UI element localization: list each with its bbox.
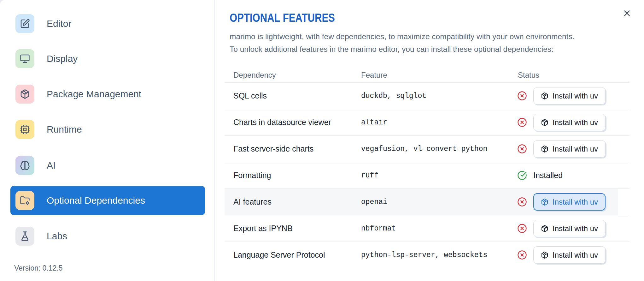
feature-packages: openai [361,198,517,206]
sidebar-item-label: Editor [47,9,71,38]
install-with-uv-button[interactable]: Install with uv [533,87,606,105]
install-button-label: Install with uv [553,224,598,233]
square-pen-icon [15,14,34,33]
package-icon [541,119,548,126]
feature-packages: duckdb, sqlglot [361,92,517,100]
sidebar-item-runtime[interactable]: Runtime [10,115,205,144]
circle-check-icon [517,170,527,180]
install-button-label: Install with uv [553,145,598,153]
install-with-uv-button[interactable]: Install with uv [533,220,606,237]
package-icon [541,145,548,153]
settings-dialog: Editor Display Package Management Runtim… [0,0,644,281]
sidebar-item-labs[interactable]: Labs [10,222,205,251]
feature-packages: python-lsp-server, websockets [361,251,517,259]
package-icon [541,198,548,206]
table-row: Export as IPYNB nbformat Install with uv [225,215,629,242]
dependency-name: Formatting [225,171,361,180]
monitor-icon [15,49,34,68]
package-icon [541,251,548,259]
install-with-uv-button[interactable]: Install with uv [533,114,606,131]
folder-cog-icon [15,191,34,210]
sidebar-item-label: Labs [47,222,67,251]
settings-sidebar: Editor Display Package Management Runtim… [0,0,214,281]
feature-packages: altair [361,118,517,127]
install-button-label: Install with uv [553,92,598,100]
table-row: Charts in datasource viewer altair Insta… [225,109,629,136]
column-header-status: Status [517,71,629,80]
circle-x-icon [517,224,527,233]
circle-x-icon [517,144,527,154]
table-header-row: Dependency Feature Status [225,68,629,83]
install-with-uv-button[interactable]: Install with uv [533,246,606,264]
close-icon [622,9,632,18]
sidebar-item-display[interactable]: Display [10,44,205,73]
table-row: Fast server-side charts vegafusion, vl-c… [225,136,629,162]
feature-packages: nbformat [361,224,517,233]
circle-x-icon [517,197,527,207]
circle-x-icon [517,117,527,127]
sidebar-item-optional-dependencies[interactable]: Optional Dependencies [10,186,205,215]
package-icon [541,92,548,100]
panel-description: marimo is lightweight, with few dependen… [230,30,574,56]
cpu-icon [15,120,34,139]
dependencies-table: Dependency Feature Status SQL cells duck… [225,68,629,268]
circle-x-icon [517,250,527,260]
column-header-feature: Feature [361,71,517,80]
close-button[interactable] [620,6,634,20]
sidebar-item-label: Display [47,44,78,73]
dependency-name: Fast server-side charts [225,144,361,153]
table-row: SQL cells duckdb, sqlglot Install with u… [225,83,629,109]
sidebar-item-package-management[interactable]: Package Management [10,80,205,109]
install-with-uv-button[interactable]: Install with uv [533,193,606,211]
table-row: Language Server Protocol python-lsp-serv… [225,242,629,268]
package-icon [541,225,548,232]
table-row: Formatting ruff Installed [225,162,629,189]
package-icon [15,85,34,104]
installed-status-label: Installed [533,171,563,180]
dependency-name: Language Server Protocol [225,250,361,260]
install-button-label: Install with uv [553,198,598,206]
install-button-label: Install with uv [553,118,598,127]
sidebar-item-editor[interactable]: Editor [10,9,205,38]
version-label: Version: 0.12.5 [14,264,62,272]
sidebar-item-label: Optional Dependencies [47,186,145,215]
dependency-name: Export as IPYNB [225,224,361,233]
dependency-name: SQL cells [225,91,361,100]
sidebar-item-ai[interactable]: AI [10,151,205,180]
circle-x-icon [517,91,527,101]
install-button-label: Install with uv [553,251,598,260]
description-line: To unlock additional features in the mar… [230,43,574,56]
brain-icon [15,156,34,175]
table-row: AI features openai Install with uv [225,189,629,215]
install-with-uv-button[interactable]: Install with uv [533,140,606,158]
optional-features-panel: OPTIONAL FEATURES marimo is lightweight,… [215,0,644,281]
description-line: marimo is lightweight, with few dependen… [230,30,574,43]
feature-packages: ruff [361,171,517,180]
page-title: OPTIONAL FEATURES [230,11,335,25]
sidebar-item-label: Package Management [47,80,141,109]
dependency-name: AI features [225,197,361,206]
sidebar-item-label: Runtime [47,115,82,144]
column-header-dependency: Dependency [225,71,361,80]
flask-icon [15,227,34,246]
sidebar-item-label: AI [47,151,56,180]
feature-packages: vegafusion, vl-convert-python [361,145,517,153]
dependency-name: Charts in datasource viewer [225,118,361,127]
